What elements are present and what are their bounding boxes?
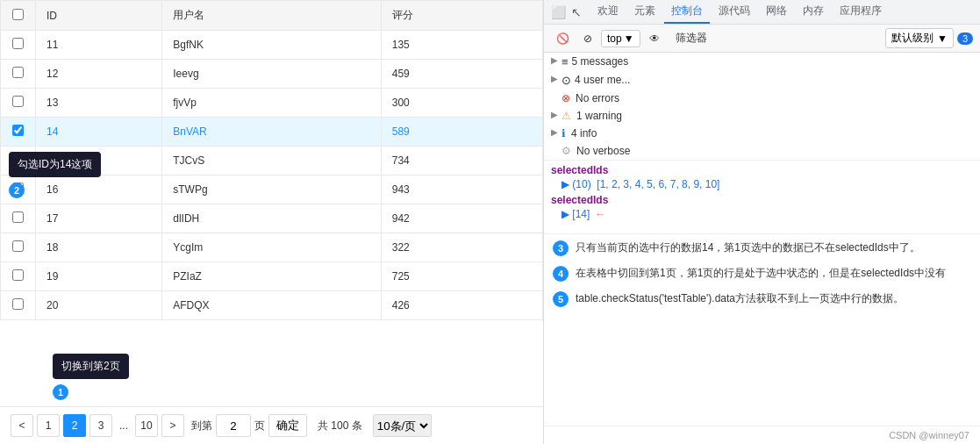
- row-score: 135: [381, 31, 542, 60]
- row-score: 734: [381, 147, 542, 175]
- console-toolbar: 🚫 ⊘ top ▼ 👁 筛选器 默认级别 ▼ 3: [544, 25, 980, 53]
- clear-console-button[interactable]: 🚫: [551, 31, 575, 47]
- row-checkbox[interactable]: [12, 67, 24, 78]
- selected-ids-section-1: selectedIds ▶ (10) [1, 2, 3, 4, 5, 6, 7,…: [544, 160, 980, 190]
- row-score: 943: [381, 175, 542, 204]
- next-page-button[interactable]: >: [161, 414, 184, 437]
- col-header-id: ID: [36, 1, 162, 31]
- row-checkbox-cell: [1, 31, 36, 60]
- col-header-checkbox: [1, 1, 36, 31]
- row-id: 17: [36, 204, 162, 233]
- table-wrapper: ID 用户名 评分 11BgfNK13512Ieevg45913fjvVp300…: [0, 0, 543, 406]
- level-dropdown[interactable]: 默认级别 ▼: [885, 28, 954, 48]
- console-row-info[interactable]: ▶ ℹ 4 info: [544, 125, 980, 142]
- selected-ids-value-1: ▶ (10) [1, 2, 3, 4, 5, 6, 7, 8, 9, 10]: [551, 178, 973, 190]
- page-confirm-button[interactable]: 确定: [268, 414, 307, 437]
- table-row: 18YcgIm322: [1, 233, 543, 262]
- row-score: 426: [381, 291, 542, 320]
- devtools-tabs: ⬜ ↖ 欢迎 元素 控制台 源代码 网络 内存 应用程序: [544, 0, 980, 25]
- annotation-text-3: 只有当前页的选中行的数据14，第1页选中的数据已不在selectedIds中了。: [576, 240, 920, 256]
- page-1-button[interactable]: 1: [37, 414, 60, 437]
- selected-ids-value-2: ▶ [14] ←: [551, 208, 973, 220]
- row-checkbox[interactable]: [12, 269, 24, 281]
- row-username: BgfNK: [162, 31, 381, 60]
- footer-text: CSDN @winney07: [889, 430, 969, 440]
- table-row: 11BgfNK135: [1, 31, 543, 60]
- row-id: 16: [36, 175, 162, 204]
- tab-source[interactable]: 源代码: [712, 0, 757, 24]
- warning-label: 1 warning: [576, 110, 973, 122]
- console-row-messages[interactable]: ▶ ≡ 5 messages: [544, 53, 980, 71]
- tab-elements[interactable]: 元素: [627, 0, 662, 24]
- row-checkbox-cell: [1, 89, 36, 118]
- top-dropdown[interactable]: top ▼: [601, 30, 640, 47]
- row-score: 942: [381, 204, 542, 233]
- console-row-warning[interactable]: ▶ ⚠ 1 warning: [544, 107, 980, 125]
- messages-label: 5 messages: [572, 55, 973, 68]
- row-checkbox[interactable]: [12, 38, 24, 49]
- tab-application[interactable]: 应用程序: [833, 0, 889, 24]
- col-header-username: 用户名: [162, 1, 381, 31]
- row-checkbox[interactable]: [12, 96, 24, 107]
- row-username: YcgIm: [162, 233, 381, 262]
- annotation-text-4: 在表格中切回到第1页，第1页的行是处于选中状态的，但是在selectedIds中…: [576, 265, 946, 282]
- left-panel: ID 用户名 评分 11BgfNK13512Ieevg45913fjvVp300…: [0, 0, 544, 444]
- warning-icon: ⚠: [562, 110, 571, 122]
- tooltip-check-container: 2 勾选ID为14这项: [9, 183, 25, 198]
- row-checkbox[interactable]: [12, 211, 24, 223]
- info-label: 4 info: [571, 127, 973, 140]
- row-checkbox-cell: [1, 204, 36, 233]
- page-jump-input[interactable]: [216, 414, 251, 437]
- select-all-checkbox[interactable]: [12, 9, 24, 20]
- row-checkbox[interactable]: [12, 298, 24, 310]
- dropdown-arrow: ▼: [624, 32, 634, 45]
- table-row: 14BnVAR589: [1, 118, 543, 147]
- page-10-button[interactable]: 10: [135, 414, 158, 437]
- annotation-item-3: 3 只有当前页的选中行的数据14，第1页选中的数据已不在selectedIds中…: [553, 240, 971, 256]
- tab-console[interactable]: 控制台: [664, 0, 710, 24]
- eye-button[interactable]: 👁: [644, 31, 665, 47]
- tab-memory[interactable]: 内存: [796, 0, 831, 24]
- annotation-text-5: table.checkStatus('testTable').data方法获取不…: [576, 290, 904, 307]
- tooltip-switch-container: 1 切换到第2页: [53, 384, 68, 400]
- annotation-item-4: 4 在表格中切回到第1页，第1页的行是处于选中状态的，但是在selectedId…: [553, 265, 971, 282]
- page-jump: 到第 页 确定: [191, 414, 307, 437]
- prev-page-button[interactable]: <: [11, 414, 33, 437]
- page-2-button[interactable]: 2: [63, 414, 86, 437]
- row-id: 20: [36, 291, 162, 320]
- verbose-icon: ⚙: [562, 145, 571, 157]
- row-checkbox-cell: [1, 60, 36, 89]
- badge-1: 1: [53, 384, 68, 400]
- console-row-no-verbose[interactable]: ▶ ⚙ No verbose: [544, 142, 980, 160]
- col-header-score: 评分: [381, 1, 542, 31]
- footer: CSDN @winney07: [544, 426, 980, 444]
- selected-ids-value-text: ▶ [14]: [562, 208, 590, 220]
- row-checkbox-cell: [1, 262, 36, 291]
- arrow-icon-2: ▶: [551, 74, 558, 83]
- table-row: 17dlIDH942: [1, 204, 543, 233]
- row-score: 459: [381, 60, 542, 89]
- no-verbose-label: No verbose: [576, 145, 973, 157]
- row-checkbox-cell: [1, 118, 36, 147]
- list-icon: ≡: [562, 55, 569, 68]
- row-score: 589: [381, 118, 542, 147]
- console-row-user-messages[interactable]: ▶ ⊙ 4 user me...: [544, 71, 980, 90]
- row-id: 12: [36, 60, 162, 89]
- page-3-button[interactable]: 3: [89, 414, 112, 437]
- row-username: Ieevg: [162, 60, 381, 89]
- tooltip-switch: 切换到第2页: [53, 354, 129, 379]
- devtools-cursor-icon: ↖: [571, 5, 582, 19]
- tab-welcome[interactable]: 欢迎: [590, 0, 626, 24]
- per-page-select[interactable]: 10条/页 20条/页 50条/页: [373, 414, 432, 437]
- tab-network[interactable]: 网络: [759, 0, 794, 24]
- row-checkbox[interactable]: [12, 240, 24, 252]
- row-id: 14: [36, 118, 162, 147]
- page-ellipsis: ...: [116, 419, 132, 432]
- row-id: 18: [36, 233, 162, 262]
- console-content: ▶ ≡ 5 messages ▶ ⊙ 4 user me... ▶ ⊗ No e…: [544, 53, 980, 233]
- row-username: BnVAR: [162, 118, 381, 147]
- row-score: 725: [381, 262, 542, 291]
- console-row-no-errors[interactable]: ▶ ⊗ No errors: [544, 90, 980, 107]
- row-checkbox[interactable]: [12, 125, 24, 136]
- filter-toggle-button[interactable]: ⊘: [578, 31, 597, 47]
